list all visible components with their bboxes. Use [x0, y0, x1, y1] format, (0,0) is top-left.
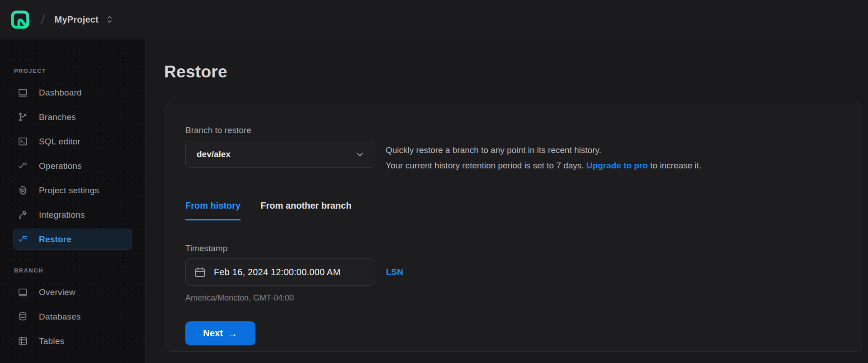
gear-icon — [18, 185, 28, 196]
sidebar-item-branches[interactable]: Branches — [13, 106, 132, 128]
sidebar-item-project-settings[interactable]: Project settings — [13, 180, 132, 201]
sidebar-project-nav: Dashboard Branches — [13, 82, 132, 250]
sidebar-item-dashboard[interactable]: Dashboard — [13, 82, 132, 103]
git-branch-icon — [18, 112, 28, 122]
app-window: / MyProject PROJECT Dashboard — [0, 0, 868, 363]
timestamp-label: Timestamp — [185, 244, 842, 253]
retention-text-suffix: to increase it. — [648, 161, 701, 170]
restore-description-line2: Your current history retention period is… — [386, 158, 701, 173]
sidebar-item-label: Integrations — [39, 210, 85, 220]
tab-from-another-branch[interactable]: From another branch — [260, 201, 351, 220]
chevron-down-icon — [355, 149, 365, 159]
breadcrumb-slash-icon: / — [40, 13, 45, 27]
project-name: MyProject — [55, 14, 99, 25]
branch-select-value: dev/alex — [197, 149, 355, 159]
page-title: Restore — [164, 62, 227, 81]
branch-select-row: dev/alex Quickly restore a branch to any… — [185, 141, 842, 173]
database-icon — [18, 311, 28, 322]
calendar-icon — [194, 266, 206, 278]
next-button-label: Next — [203, 328, 223, 339]
timezone-text: America/Moncton, GMT-04:00 — [185, 293, 842, 303]
sidebar-item-sql-editor[interactable]: SQL editor — [13, 131, 132, 152]
sidebar-section-project: PROJECT — [14, 67, 132, 74]
integrations-icon — [18, 210, 28, 220]
restore-tabs: From history From another branch — [185, 201, 842, 220]
sidebar-item-restore[interactable]: Restore — [13, 229, 132, 250]
sidebar-item-label: Project settings — [39, 186, 99, 196]
sidebar-item-overview[interactable]: Overview — [13, 282, 132, 303]
sidebar-item-label: Dashboard — [39, 88, 82, 98]
topbar: / MyProject — [0, 0, 868, 39]
timestamp-input-row: Feb 16, 2024 12:00:00.000 AM LSN — [185, 258, 842, 286]
lsn-link[interactable]: LSN — [386, 267, 403, 277]
terminal-icon — [18, 136, 28, 147]
sidebar-item-label: Branches — [39, 112, 76, 122]
sidebar-section-branch: BRANCH — [14, 267, 132, 274]
next-button[interactable]: Next → — [185, 321, 255, 345]
timestamp-value: Feb 16, 2024 12:00:00.000 AM — [214, 267, 340, 277]
browser-icon — [18, 287, 28, 297]
restore-description-line1: Quickly restore a branch to any point in… — [386, 143, 701, 158]
main-content: Restore Branch to restore dev/alex Quick… — [146, 39, 868, 363]
sidebar-item-label: Databases — [39, 312, 81, 322]
table-icon — [18, 336, 28, 346]
timestamp-block: Timestamp Feb 16, 2024 12:00:00.000 AM — [185, 244, 842, 303]
sidebar-item-operations[interactable]: Operations — [13, 155, 132, 177]
restore-description: Quickly restore a branch to any point in… — [386, 141, 701, 173]
tab-from-history[interactable]: From history — [185, 201, 241, 220]
sidebar-item-label: Overview — [39, 287, 75, 297]
timestamp-input[interactable]: Feb 16, 2024 12:00:00.000 AM — [185, 258, 374, 286]
sidebar-item-integrations[interactable]: Integrations — [13, 204, 132, 225]
restore-icon — [18, 234, 28, 244]
sidebar-item-databases[interactable]: Databases — [13, 306, 132, 327]
arrow-right-icon: → — [227, 328, 237, 339]
neon-logo-icon[interactable] — [10, 10, 30, 30]
restore-card: Branch to restore dev/alex Quickly resto… — [165, 103, 862, 352]
sidebar-branch-nav: Overview Databases — [13, 282, 132, 363]
sidebar-item-label: Restore — [39, 234, 71, 244]
sidebar-item-label: Tables — [39, 336, 64, 346]
sidebar: PROJECT Dashboard Branch — [0, 39, 146, 363]
sidebar-item-label: SQL editor — [39, 137, 80, 147]
tabs-divider — [146, 213, 868, 213]
sidebar-item-tables[interactable]: Tables — [13, 330, 132, 352]
branch-select[interactable]: dev/alex — [185, 141, 374, 168]
branch-select-label: Branch to restore — [185, 125, 842, 135]
chevron-updown-icon — [106, 14, 113, 24]
sidebar-item-label: Operations — [39, 161, 82, 171]
dashboard-icon — [18, 87, 28, 98]
retention-text: Your current history retention period is… — [386, 161, 586, 170]
upgrade-to-pro-link[interactable]: Upgrade to pro — [586, 161, 648, 170]
check-list-icon — [18, 161, 28, 171]
project-switcher[interactable]: MyProject — [55, 14, 113, 25]
